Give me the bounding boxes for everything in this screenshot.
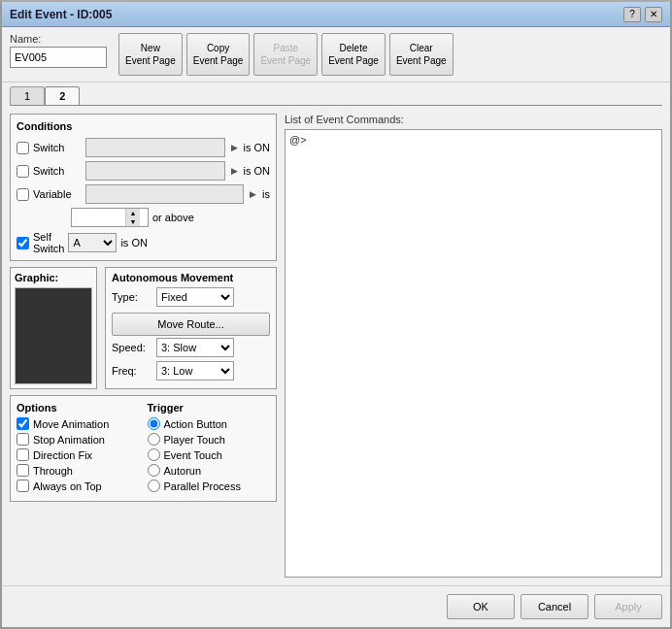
switch1-input[interactable] (85, 138, 225, 157)
cancel-button[interactable]: Cancel (521, 594, 588, 619)
switch2-suffix: is ON (244, 165, 271, 177)
trigger-label-4: Parallel Process (164, 480, 241, 492)
copy-event-page-button[interactable]: Copy Event Page (186, 33, 251, 76)
footer: OK Cancel Apply (2, 585, 670, 627)
type-label: Type: (112, 291, 152, 303)
switch2-label: Switch (33, 165, 82, 177)
speed-label: Speed: (112, 342, 152, 353)
option-label-4: Always on Top (33, 480, 102, 492)
graphic-preview[interactable] (15, 287, 92, 384)
titlebar: Edit Event - ID:005 ? ✕ (2, 2, 670, 27)
trigger-row-3: Autorun (148, 464, 271, 477)
trigger-label-3: Autorun (164, 465, 202, 477)
variable-arrow: ▶ (248, 189, 258, 199)
tab-2[interactable]: 2 (45, 86, 80, 105)
variable-suffix: is (262, 188, 270, 200)
toolbar: Name: New Event Page Copy Event Page Pas… (2, 27, 670, 83)
variable-checkbox[interactable] (17, 188, 29, 201)
option-row-4: Always on Top (17, 480, 140, 492)
variable-input[interactable] (85, 184, 244, 204)
paste-event-page-button[interactable]: Paste Event Page (253, 33, 318, 76)
option-checkbox-3[interactable] (17, 464, 29, 477)
apply-button[interactable]: Apply (594, 594, 662, 619)
clear-event-page-button[interactable]: Clear Event Page (389, 33, 454, 76)
option-checkbox-2[interactable] (17, 448, 29, 461)
variable-row: Variable ▶ is (17, 184, 270, 204)
variable-label: Variable (33, 188, 82, 200)
type-select[interactable]: Fixed Random Approach Custom (156, 287, 234, 307)
tabs-row: 1 2 (2, 83, 670, 105)
tab-1[interactable]: 1 (10, 86, 45, 105)
trigger-radio-2[interactable] (148, 448, 160, 461)
delete-event-page-button[interactable]: Delete Event Page (321, 33, 386, 76)
option-row-2: Direction Fix (17, 448, 140, 461)
left-panel: Conditions Switch ▶ is ON Switch ▶ is ON (10, 114, 277, 578)
switch2-row: Switch ▶ is ON (17, 161, 270, 181)
graphic-label: Graphic: (15, 272, 92, 283)
event-commands-label: List of Event Commands: (285, 114, 662, 125)
trigger-radio-4[interactable] (148, 480, 160, 492)
switch2-input[interactable] (85, 161, 225, 181)
right-panel: List of Event Commands: @> (285, 114, 662, 578)
options-column: Options Move Animation Stop Animation Di… (17, 402, 140, 495)
options-trigger-box: Options Move Animation Stop Animation Di… (10, 395, 277, 502)
options-title: Options (17, 402, 140, 414)
spin-down[interactable]: ▼ (126, 217, 140, 226)
trigger-label-0: Action Button (164, 418, 227, 430)
name-label: Name: (10, 33, 107, 45)
speed-row: Speed: 1: Slowest 2: Slower 3: Slow 4: N… (112, 338, 270, 357)
new-event-page-button[interactable]: New Event Page (118, 33, 183, 76)
number-input-wrapper: ▲ ▼ (71, 208, 149, 227)
autonomous-movement-box: Autonomous Movement Type: Fixed Random A… (105, 267, 277, 389)
freq-row: Freq: 1: Lowest 2: Lower 3: Low 4: Norma… (112, 361, 270, 381)
switch1-suffix: is ON (244, 142, 271, 153)
freq-select[interactable]: 1: Lowest 2: Lower 3: Low 4: Normal 5: H… (156, 361, 234, 381)
option-checkbox-0[interactable] (17, 417, 29, 430)
trigger-radio-1[interactable] (148, 433, 160, 446)
window-title: Edit Event - ID:005 (10, 8, 112, 21)
number-input[interactable] (72, 209, 125, 226)
trigger-row-0: Action Button (148, 417, 271, 430)
self-switch-checkbox[interactable] (17, 237, 29, 249)
self-switch-select[interactable]: A B C D (68, 233, 117, 252)
trigger-row-4: Parallel Process (148, 480, 271, 492)
trigger-label-1: Player Touch (164, 434, 225, 446)
trigger-radio-3[interactable] (148, 464, 160, 477)
option-checkbox-1[interactable] (17, 433, 29, 446)
titlebar-buttons: ? ✕ (623, 7, 662, 22)
trigger-title: Trigger (148, 402, 271, 414)
event-commands-list[interactable]: @> (285, 129, 662, 578)
speed-select[interactable]: 1: Slowest 2: Slower 3: Slow 4: Normal 5… (156, 338, 234, 357)
main-window: Edit Event - ID:005 ? ✕ Name: New Event … (0, 0, 672, 629)
conditions-title: Conditions (17, 120, 270, 132)
spin-up[interactable]: ▲ (126, 209, 140, 217)
switch1-checkbox[interactable] (17, 142, 29, 154)
switch2-arrow: ▶ (229, 166, 240, 176)
autonomous-title: Autonomous Movement (112, 272, 270, 283)
switch2-checkbox[interactable] (17, 165, 29, 178)
name-input[interactable] (10, 47, 107, 68)
switch1-label: Switch (33, 142, 82, 153)
ok-button[interactable]: OK (447, 594, 515, 619)
option-label-0: Move Animation (33, 418, 109, 430)
trigger-row-1: Player Touch (148, 433, 271, 446)
trigger-row-2: Event Touch (148, 448, 271, 461)
self-switch-suffix: is ON (120, 237, 148, 248)
option-label-3: Through (33, 465, 73, 477)
close-button[interactable]: ✕ (645, 7, 662, 22)
freq-label: Freq: (112, 365, 152, 377)
option-label-2: Direction Fix (33, 449, 92, 461)
trigger-radio-0[interactable] (148, 417, 160, 430)
option-checkbox-4[interactable] (17, 480, 29, 492)
trigger-column: Trigger Action Button Player Touch Event… (148, 402, 271, 495)
option-label-1: Stop Animation (33, 434, 105, 446)
switch1-arrow: ▶ (229, 143, 240, 152)
help-button[interactable]: ? (623, 7, 641, 22)
trigger-label-2: Event Touch (164, 449, 222, 461)
type-row: Type: Fixed Random Approach Custom (112, 287, 270, 307)
self-switch-row: SelfSwitch A B C D is ON (17, 231, 270, 254)
move-route-button[interactable]: Move Route... (112, 313, 270, 336)
option-row-3: Through (17, 464, 140, 477)
main-content: Conditions Switch ▶ is ON Switch ▶ is ON (2, 106, 670, 585)
switch1-row: Switch ▶ is ON (17, 138, 270, 157)
